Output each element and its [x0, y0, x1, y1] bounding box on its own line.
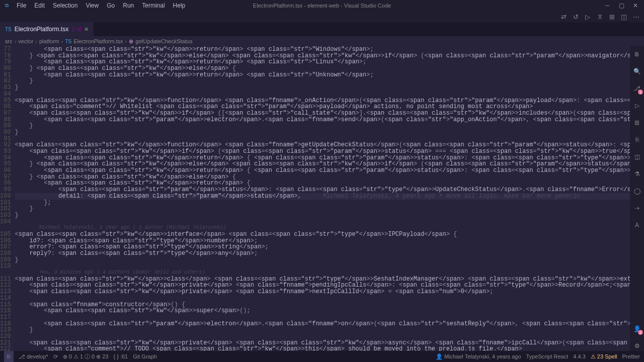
code-line[interactable] — [15, 91, 630, 98]
maximize-button[interactable]: ▢ — [618, 2, 625, 9]
line-number: 100 — [0, 193, 11, 200]
ai-icon[interactable]: A — [632, 220, 642, 230]
tab-filename: ElectronPlatform.tsx — [15, 26, 68, 33]
ts-version[interactable]: 4.4.3 — [573, 353, 585, 359]
tab-close-button[interactable]: × — [85, 25, 89, 33]
menu-selection[interactable]: Selection — [49, 1, 81, 10]
line-number: 114 — [0, 295, 11, 302]
code-line[interactable]: <span class=<span class="str">"param"</s… — [15, 321, 630, 327]
code-line[interactable]: <span class="comment">// Whitelist <span… — [15, 104, 630, 110]
code-line[interactable]: <span class=<span class="str">"param"</s… — [15, 117, 630, 123]
breadcrumb-item[interactable]: src — [5, 38, 13, 44]
tab-file[interactable]: TS ElectronPlatform.tsx 1, M × — [0, 22, 94, 36]
code-editor[interactable]: 7778798081828384858687888990919293949596… — [0, 46, 630, 351]
window-title: ElectronPlatform.tsx - element-web - Vis… — [253, 3, 391, 9]
line-number: 117 — [0, 314, 11, 321]
code-line[interactable] — [15, 314, 630, 321]
run-debug-icon[interactable]: ▷ — [632, 101, 642, 111]
run-icon[interactable]: ▷ — [584, 13, 592, 21]
code-line[interactable]: } <span class=<span class="str">"kw"</sp… — [15, 65, 630, 72]
vscode-icon: ⧉ — [3, 2, 10, 9]
liveshare-icon[interactable]: ⇢ — [632, 203, 642, 213]
code-line[interactable]: <span class=<span class="str">"kw"</span… — [15, 167, 630, 174]
breadcrumb-separator: › — [35, 38, 37, 44]
source-control-icon[interactable]: ⎇1 — [632, 83, 642, 94]
breadcrumb[interactable]: src › vector › platform › TS ElectronPla… — [0, 36, 644, 46]
breadcrumb-item[interactable]: getUpdateCheckStatus — [135, 38, 192, 44]
close-window-button[interactable]: ✕ — [632, 2, 639, 9]
extensions-icon[interactable]: ⊞ — [632, 118, 642, 128]
line-number: 122 — [0, 346, 11, 351]
activity-bar: 🗎 🔍 ⎇1 ▷ ⊞ ⎘ ◫ ⚗ ◯ ⇢ A 👤2 ⚙ — [630, 46, 644, 351]
testing-icon[interactable]: ⚗ — [632, 169, 642, 179]
status-bar: ⎘ ⎇ develop* ⟳ ⊗0 ⚠1 ⓘ0 ⊕23 { } :61 Git … — [0, 351, 644, 362]
accounts-icon[interactable]: 👤2 — [632, 324, 642, 334]
line-number: 90 — [0, 129, 11, 136]
code-line[interactable]: <span class=<span class="str">"kw"</span… — [15, 46, 630, 53]
menu-file[interactable]: File — [13, 1, 30, 10]
menu-edit[interactable]: Edit — [31, 1, 48, 10]
split-icon[interactable]: ◫ — [620, 13, 628, 21]
code-line[interactable]: } — [15, 206, 630, 212]
tab-modified-indicator: 1, M — [71, 27, 81, 32]
spell-check[interactable]: ⚠ 23 Spell — [591, 353, 617, 360]
preview-icon[interactable]: ⊞ — [608, 13, 616, 21]
explorer-icon[interactable]: 🗎 — [632, 49, 642, 59]
breadcrumb-separator: › — [15, 38, 17, 44]
code-line[interactable] — [15, 219, 630, 225]
breadcrumb-item[interactable]: vector — [18, 38, 33, 44]
toggle-icon[interactable]: ↺ — [572, 13, 580, 21]
git-branch[interactable]: ⎇ develop* — [19, 353, 48, 360]
code-line[interactable]: <span class="comment">// TODO <span clas… — [15, 346, 630, 351]
problems-indicator[interactable]: ⊗0 ⚠1 ⓘ0 ⊕23 — [63, 353, 109, 360]
menu-run[interactable]: Run — [119, 1, 137, 10]
line-number: 86 — [0, 104, 11, 110]
line-number: 84 — [0, 91, 11, 98]
code-line[interactable] — [15, 263, 630, 269]
remote-indicator[interactable]: ⎘ — [4, 351, 14, 362]
code-line[interactable]: <span class=<span class="str">"kw"</span… — [15, 72, 630, 78]
menu-help[interactable]: Help — [170, 1, 189, 10]
github-icon[interactable]: ◯ — [632, 186, 642, 196]
main-editor-area: 7778798081828384858687888990919293949596… — [0, 46, 644, 351]
code-line[interactable]: reply?: <span class=<span class="str">"t… — [15, 250, 630, 257]
code-line[interactable]: <span class=<span class="str">"kw"</span… — [15, 308, 630, 314]
code-line[interactable]: } — [15, 129, 630, 136]
breadcrumb-item[interactable]: ElectronPlatform.tsx — [73, 38, 123, 44]
cursor-position[interactable]: { } :61 — [113, 353, 128, 359]
docker-icon[interactable]: ◫ — [632, 152, 642, 162]
search-icon[interactable]: 🔍 — [632, 66, 642, 76]
code-line[interactable]: detail: <span class=<span class="str">"p… — [15, 193, 630, 200]
code-line[interactable]: }; — [15, 200, 630, 206]
editor-tabs: TS ElectronPlatform.tsx 1, M × — [0, 22, 644, 36]
sync-button[interactable]: ⟳ — [53, 353, 58, 360]
code-line[interactable]: } — [15, 257, 630, 263]
code-line[interactable]: } — [15, 78, 630, 84]
more-icon[interactable]: ⋯ — [632, 13, 640, 21]
menu-view[interactable]: View — [82, 1, 102, 10]
code-line[interactable]: <span class=<span class="str">"kw"</span… — [15, 148, 630, 155]
code-line[interactable]: } — [15, 212, 630, 219]
code-line[interactable]: } — [15, 123, 630, 129]
prettier-status[interactable]: Prettier — [622, 353, 640, 359]
settings-icon[interactable]: ⚙ — [632, 341, 642, 351]
menu-terminal[interactable]: Terminal — [138, 1, 168, 10]
blame-status[interactable]: 👤 Michael Telatynski, 4 years ago — [436, 353, 521, 360]
remote-icon[interactable]: ⎘ — [632, 135, 642, 145]
code-line[interactable]: <span class=<span class="str">"kw"</span… — [15, 289, 630, 295]
language-mode[interactable]: TypeScript React — [526, 353, 569, 359]
git-graph[interactable]: Git Graph — [133, 353, 157, 359]
minimize-button[interactable]: ─ — [604, 2, 611, 9]
code-line[interactable]: <span class=<span class="str">"kw"</span… — [15, 110, 630, 117]
code-content[interactable]: <span class=<span class="str">"kw"</span… — [15, 46, 630, 351]
line-number: 103 — [0, 212, 11, 219]
menu-go[interactable]: Go — [103, 1, 118, 10]
breadcrumb-item[interactable]: platform — [39, 38, 59, 44]
code-line[interactable] — [15, 295, 630, 302]
code-line[interactable]: } — [15, 84, 630, 91]
code-line[interactable]: <span class=<span class="str">"kw"</span… — [15, 231, 630, 238]
code-line[interactable]: } — [15, 327, 630, 333]
line-number: 93 — [0, 148, 11, 155]
debug-icon[interactable]: ⧖ — [596, 13, 604, 21]
compare-icon[interactable]: ⇄ — [559, 13, 568, 21]
